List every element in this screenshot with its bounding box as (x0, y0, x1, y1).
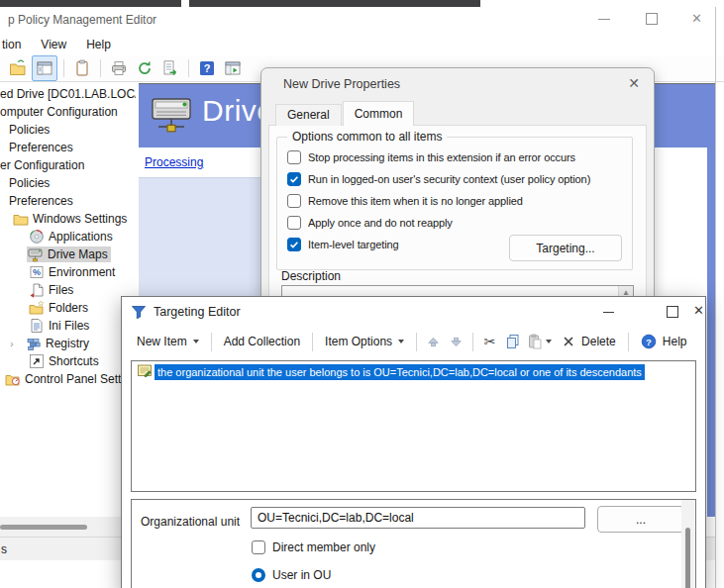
organizational-unit-input[interactable] (251, 507, 585, 529)
close-icon[interactable]: ✕ (628, 75, 640, 91)
tree-item-folders[interactable]: Folders (0, 299, 136, 317)
toolbar-button-label: New Item (137, 335, 187, 348)
menu-action[interactable]: tion (0, 35, 31, 54)
maximize-button[interactable] (646, 13, 658, 25)
close-icon[interactable]: ✕ (693, 303, 704, 318)
printer-icon[interactable] (107, 56, 131, 80)
new-item-button[interactable]: New Item (130, 331, 206, 352)
targeting-rule-list[interactable]: the organizational unit the user belongs… (131, 360, 696, 492)
move-up-button[interactable] (422, 331, 445, 353)
option-label: Run in logged-on user's security context… (308, 173, 590, 185)
checkbox-remove-this-item[interactable] (287, 194, 301, 208)
expander-chevron-icon[interactable]: › (10, 338, 26, 349)
tree-item-control-panel-sett[interactable]: Control Panel Sett (0, 370, 136, 388)
refresh-icon[interactable] (133, 56, 156, 80)
menu-view[interactable]: View (31, 35, 76, 54)
tree-item-policies[interactable]: Policies (0, 174, 136, 192)
tree-item-registry[interactable]: ›Registry (0, 335, 136, 352)
shortcut-icon (29, 353, 45, 369)
new-drive-properties-dialog: New Drive Properties ✕ GeneralCommon Opt… (260, 67, 655, 299)
toolbar-button-label: Delete (581, 335, 616, 348)
tree-item-omputer-configuration[interactable]: omputer Configuration (0, 103, 136, 121)
percent-icon: % (29, 264, 45, 280)
tree-item-preferences[interactable]: Preferences (0, 139, 136, 156)
tree-item-label: Environment (49, 265, 115, 279)
processing-link[interactable]: Processing (145, 155, 203, 169)
description-label: Description (281, 269, 341, 283)
help-circle-icon: ? (641, 334, 657, 349)
user-in-ou-radio[interactable] (252, 568, 265, 582)
delete-x-icon (562, 335, 575, 348)
scrollbar-thumb[interactable] (0, 525, 87, 530)
close-icon[interactable]: ✕ (691, 10, 702, 28)
checkbox-item-level-targeting[interactable] (287, 238, 301, 251)
tree-item-label: Drive Maps (48, 247, 108, 261)
open-folder-icon[interactable] (6, 56, 30, 80)
scrollbar-thumb[interactable] (685, 528, 690, 588)
toolbar-button-label: Help (663, 335, 687, 348)
clipboard-icon[interactable] (70, 56, 94, 80)
tree-item-windows-settings[interactable]: Windows Settings (0, 210, 136, 228)
tree-item-label: Preferences (9, 194, 73, 208)
cut-button[interactable]: ✂ (478, 331, 501, 353)
paste-button[interactable] (524, 331, 555, 353)
export-list-icon[interactable] (158, 56, 182, 80)
toolbar-separator (100, 59, 101, 77)
tree-horizontal-scrollbar[interactable] (0, 517, 136, 537)
minimize-button[interactable] (603, 312, 614, 313)
option-label: Item-level targeting (308, 239, 399, 250)
tree-item-label: Ini Files (49, 319, 89, 333)
minimize-button[interactable] (598, 19, 610, 20)
tab-general[interactable]: General (275, 104, 342, 126)
help-button[interactable]: ?Help (634, 330, 694, 353)
browse-button[interactable]: ... (597, 506, 684, 533)
tree-item-preferences[interactable]: Preferences (0, 192, 136, 210)
new-window-icon[interactable] (221, 56, 245, 80)
tree-item-label: Files (49, 283, 73, 297)
selected-rule-text[interactable]: the organizational unit the user belongs… (155, 364, 645, 380)
background-window-edge (189, 0, 480, 7)
help-square-icon[interactable]: ? (195, 56, 219, 80)
copy-button[interactable] (501, 331, 524, 353)
registry-icon (26, 336, 42, 351)
targeting-button[interactable]: Targeting... (509, 235, 622, 261)
menu-help[interactable]: Help (76, 35, 121, 54)
tree-item-files[interactable]: Files (0, 281, 136, 299)
tree-item-er-configuration[interactable]: er Configuration (0, 156, 136, 174)
menubar: tion View Help (0, 33, 724, 55)
move-down-button[interactable] (445, 331, 467, 353)
item-options-button[interactable]: Item Options (318, 331, 411, 352)
tree-item-label: omputer Configuration (0, 105, 118, 119)
svg-text:%: % (33, 267, 41, 277)
tree-item-label: Preferences (9, 141, 73, 154)
direct-member-only-checkbox[interactable] (252, 540, 265, 554)
groupbox-title: Options common to all items (287, 130, 447, 144)
checkbox-stop-processing-items[interactable] (287, 150, 301, 164)
tree-item-drive-maps[interactable]: Drive Maps (0, 245, 136, 263)
common-tab-page: Options common to all items Stop process… (268, 125, 647, 298)
panel-vertical-scrollbar[interactable] (681, 500, 694, 588)
tab-common[interactable]: Common (343, 101, 415, 126)
list-item[interactable]: the organizational unit the user belongs… (132, 362, 695, 382)
delete-button[interactable]: Delete (555, 331, 623, 352)
tree-item-ed-drive-dc01-lab-loca[interactable]: ed Drive [DC01.LAB.LOCA (0, 85, 136, 103)
funnel-icon (131, 304, 147, 324)
maximize-button[interactable] (667, 306, 678, 318)
drive-maps-banner-icon (151, 93, 194, 139)
tree-item-environment[interactable]: %Environment (0, 263, 136, 281)
add-collection-button[interactable]: Add Collection (217, 331, 307, 352)
toolbar-button-label: Add Collection (224, 335, 300, 348)
tree-item-label: Windows Settings (33, 212, 127, 226)
dropdown-caret-icon (546, 340, 552, 343)
tree-item-applications[interactable]: Applications (0, 228, 136, 245)
checkbox-apply-once-and[interactable] (287, 216, 301, 230)
option-row: Run in logged-on user's security context… (287, 168, 626, 190)
files-icon (29, 282, 45, 298)
toolbar-separator (416, 333, 417, 351)
tree-item-policies[interactable]: Policies (0, 121, 136, 139)
toolbar-separator (63, 59, 64, 77)
checkbox-run-in-logged-on[interactable] (287, 172, 301, 186)
tree-item-ini-files[interactable]: Ini Files (0, 317, 136, 335)
tree-item-shortcuts[interactable]: Shortcuts (0, 352, 136, 370)
console-tree-icon[interactable] (32, 55, 57, 81)
